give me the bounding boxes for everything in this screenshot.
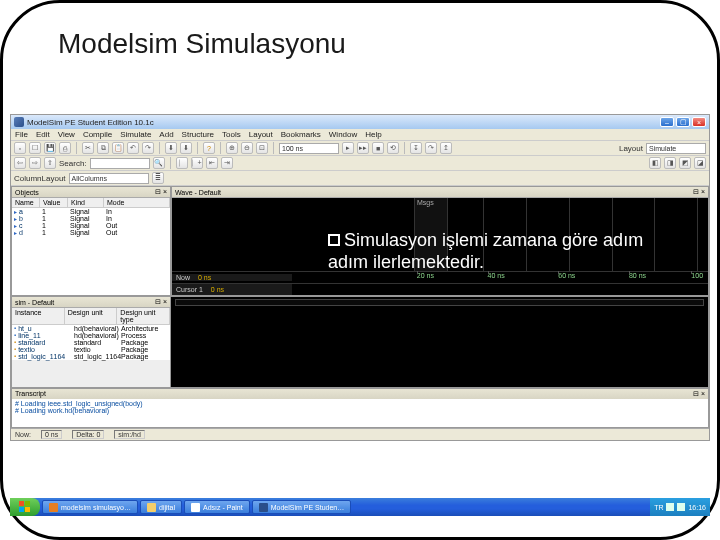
- step-out-button[interactable]: ↥: [440, 142, 452, 154]
- now-value: 0 ns: [194, 274, 215, 281]
- nav-back-button[interactable]: ⇦: [14, 157, 26, 169]
- sim-body: Instance Design unit Design unit type ht…: [12, 308, 170, 360]
- menu-edit[interactable]: Edit: [36, 130, 50, 139]
- open-button[interactable]: ☐: [29, 142, 41, 154]
- menu-compile[interactable]: Compile: [83, 130, 112, 139]
- slide-title: Modelsim Simulasyonu: [58, 28, 346, 60]
- zoom-out-button[interactable]: ⊖: [241, 142, 253, 154]
- menu-file[interactable]: File: [15, 130, 28, 139]
- compile-all-button[interactable]: ⬇: [180, 142, 192, 154]
- menu-window[interactable]: Window: [329, 130, 357, 139]
- cursor-button[interactable]: ⎸: [176, 157, 188, 169]
- menu-simulate[interactable]: Simulate: [120, 130, 151, 139]
- sim-row[interactable]: std_logic_1164std_logic_1164Package: [12, 353, 170, 360]
- sim-undock-button[interactable]: ⊟ ×: [155, 298, 167, 306]
- objects-row[interactable]: b1SignalIn: [12, 215, 170, 222]
- cursor-track[interactable]: [292, 284, 708, 295]
- run-button[interactable]: ▸: [342, 142, 354, 154]
- objects-col-kind[interactable]: Kind: [68, 198, 104, 207]
- status-now-value: 0 ns: [41, 430, 62, 439]
- objects-row[interactable]: c1SignalOut: [12, 222, 170, 229]
- menu-view[interactable]: View: [58, 130, 75, 139]
- objects-col-name[interactable]: Name: [12, 198, 40, 207]
- search-input[interactable]: [90, 158, 150, 169]
- transcript-body[interactable]: Loading ieee.std_logic_unsigned(body) Lo…: [12, 399, 708, 415]
- prev-edge-button[interactable]: ⇤: [206, 157, 218, 169]
- copy-button[interactable]: ⧉: [97, 142, 109, 154]
- taskbar-item[interactable]: Adsız - Paint: [184, 500, 250, 514]
- tray-icon[interactable]: [677, 503, 685, 511]
- menu-tools[interactable]: Tools: [222, 130, 241, 139]
- minimize-button[interactable]: –: [660, 117, 674, 127]
- windows-logo-icon: [19, 501, 31, 513]
- tray-lang[interactable]: TR: [654, 504, 663, 511]
- sim-col-design-unit[interactable]: Design unit: [65, 308, 118, 324]
- cut-button[interactable]: ✂: [82, 142, 94, 154]
- layout-select[interactable]: Simulate: [646, 143, 706, 154]
- step-button[interactable]: ↧: [410, 142, 422, 154]
- paste-button[interactable]: 📋: [112, 142, 124, 154]
- search-button[interactable]: 🔍: [153, 157, 165, 169]
- menu-structure[interactable]: Structure: [182, 130, 214, 139]
- step-over-button[interactable]: ↷: [425, 142, 437, 154]
- menu-layout[interactable]: Layout: [249, 130, 273, 139]
- zoom-in-button[interactable]: ⊕: [226, 142, 238, 154]
- sim-col-instance[interactable]: Instance: [12, 308, 65, 324]
- wave-tool-c-button[interactable]: ◩: [679, 157, 691, 169]
- nav-fwd-button[interactable]: ⇨: [29, 157, 41, 169]
- maximize-button[interactable]: ▢: [676, 117, 690, 127]
- taskbar-item[interactable]: ModelSim PE Studen…: [252, 500, 352, 514]
- add-cursor-button[interactable]: ⎸+: [191, 157, 203, 169]
- time-tick: 100: [691, 272, 703, 279]
- wave-undock-button[interactable]: ⊟ ×: [693, 188, 705, 196]
- sim-row[interactable]: ht_uhd(behavioral)Architecture: [12, 325, 170, 332]
- compile-button[interactable]: ⬇: [165, 142, 177, 154]
- taskbar-item[interactable]: modelsim simulasyo…: [42, 500, 138, 514]
- wave-tool-d-button[interactable]: ◪: [694, 157, 706, 169]
- run-all-button[interactable]: ▸▸: [357, 142, 369, 154]
- wave-overview-bar[interactable]: [175, 299, 704, 306]
- wave-tool-b-button[interactable]: ◨: [664, 157, 676, 169]
- menu-help[interactable]: Help: [365, 130, 381, 139]
- print-button[interactable]: ⎙: [59, 142, 71, 154]
- col-config-button[interactable]: ≣: [152, 172, 164, 184]
- statusbar: Now: 0 ns Delta: 0 sim:/hd: [11, 428, 709, 440]
- zoom-full-button[interactable]: ⊡: [256, 142, 268, 154]
- wave-zoom-panel[interactable]: [171, 296, 709, 388]
- menu-bookmarks[interactable]: Bookmarks: [281, 130, 321, 139]
- objects-row[interactable]: d1SignalOut: [12, 229, 170, 236]
- undo-button[interactable]: ↶: [127, 142, 139, 154]
- sim-col-type[interactable]: Design unit type: [117, 308, 170, 324]
- cursor-value: 0 ns: [207, 286, 228, 293]
- run-length-input[interactable]: 100 ns: [279, 143, 339, 154]
- objects-col-value[interactable]: Value: [40, 198, 68, 207]
- menu-add[interactable]: Add: [159, 130, 173, 139]
- system-tray[interactable]: TR 16:16: [650, 498, 710, 516]
- restart-button[interactable]: ⟲: [387, 142, 399, 154]
- tray-icon[interactable]: [666, 503, 674, 511]
- wave-time-ruler[interactable]: 20 ns 40 ns 60 ns 80 ns 100: [292, 272, 708, 283]
- tray-clock[interactable]: 16:16: [688, 504, 706, 511]
- objects-row[interactable]: a1SignalIn: [12, 208, 170, 215]
- objects-undock-button[interactable]: ⊟ ×: [155, 188, 167, 196]
- column-layout-select[interactable]: AllColumns: [69, 173, 149, 184]
- new-button[interactable]: ▫: [14, 142, 26, 154]
- separator-icon: [404, 142, 405, 154]
- save-button[interactable]: 💾: [44, 142, 56, 154]
- next-edge-button[interactable]: ⇥: [221, 157, 233, 169]
- sim-row[interactable]: textiotextioPackage: [12, 346, 170, 353]
- start-button[interactable]: [10, 498, 40, 516]
- redo-button[interactable]: ↷: [142, 142, 154, 154]
- close-button[interactable]: ×: [692, 117, 706, 127]
- break-button[interactable]: ■: [372, 142, 384, 154]
- sim-title: sim - Default: [15, 299, 54, 306]
- transcript-undock-button[interactable]: ⊟ ×: [693, 390, 705, 398]
- taskbar-item[interactable]: dijital: [140, 500, 182, 514]
- sim-row[interactable]: line_11hd(behavioral)Process: [12, 332, 170, 339]
- help-button[interactable]: ?: [203, 142, 215, 154]
- objects-col-mode[interactable]: Mode: [104, 198, 170, 207]
- svg-rect-0: [19, 501, 24, 506]
- wave-tool-a-button[interactable]: ◧: [649, 157, 661, 169]
- nav-up-button[interactable]: ⇧: [44, 157, 56, 169]
- sim-row[interactable]: standardstandardPackage: [12, 339, 170, 346]
